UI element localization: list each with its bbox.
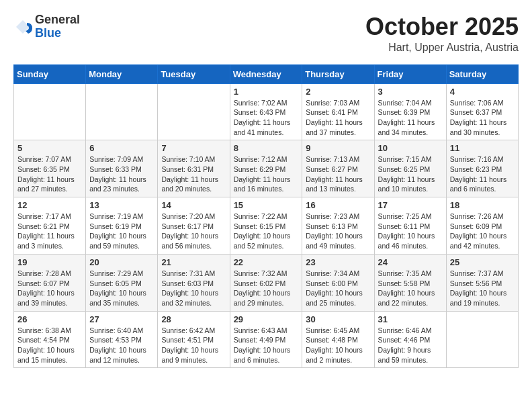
day-number: 27	[89, 314, 154, 324]
day-number: 17	[378, 200, 443, 210]
cell-content: Sunrise: 7:15 AM Sunset: 6:25 PM Dayligh…	[378, 154, 443, 194]
cell-content: Sunrise: 6:40 AM Sunset: 4:53 PM Dayligh…	[89, 326, 154, 365]
cell-content: Sunrise: 7:04 AM Sunset: 6:39 PM Dayligh…	[378, 98, 443, 138]
calendar-cell: 28Sunrise: 6:42 AM Sunset: 4:51 PM Dayli…	[158, 311, 230, 368]
cell-content: Sunrise: 7:03 AM Sunset: 6:41 PM Dayligh…	[306, 98, 370, 138]
cell-content: Sunrise: 7:13 AM Sunset: 6:27 PM Dayligh…	[306, 154, 370, 194]
day-number: 21	[161, 257, 226, 267]
logo-general: General	[35, 13, 80, 27]
day-number: 15	[234, 200, 299, 210]
calendar-cell	[446, 311, 518, 368]
day-number: 13	[89, 200, 154, 210]
calendar-week-row: 26Sunrise: 6:38 AM Sunset: 4:54 PM Dayli…	[14, 311, 519, 368]
logo-icon	[13, 17, 32, 36]
calendar-cell	[86, 83, 158, 140]
cell-content: Sunrise: 7:07 AM Sunset: 6:35 PM Dayligh…	[17, 154, 82, 194]
cell-content: Sunrise: 7:29 AM Sunset: 6:05 PM Dayligh…	[89, 269, 154, 308]
month-title: October 2025	[365, 13, 519, 40]
title-block: October 2025 Hart, Upper Austria, Austri…	[365, 13, 519, 54]
day-number: 28	[161, 314, 226, 324]
logo-blue: Blue	[35, 27, 80, 40]
day-number: 19	[17, 257, 82, 267]
cell-content: Sunrise: 7:26 AM Sunset: 6:09 PM Dayligh…	[450, 212, 515, 251]
day-number: 4	[450, 87, 515, 97]
weekday-header: Friday	[374, 64, 446, 83]
cell-content: Sunrise: 7:28 AM Sunset: 6:07 PM Dayligh…	[17, 269, 82, 308]
logo-text: General Blue	[35, 13, 80, 40]
cell-content: Sunrise: 6:46 AM Sunset: 4:46 PM Dayligh…	[378, 326, 443, 365]
calendar-cell: 11Sunrise: 7:16 AM Sunset: 6:23 PM Dayli…	[446, 140, 518, 197]
cell-content: Sunrise: 7:32 AM Sunset: 6:02 PM Dayligh…	[234, 269, 299, 308]
calendar-cell: 26Sunrise: 6:38 AM Sunset: 4:54 PM Dayli…	[14, 311, 86, 368]
cell-content: Sunrise: 7:22 AM Sunset: 6:15 PM Dayligh…	[234, 212, 299, 251]
calendar-week-row: 19Sunrise: 7:28 AM Sunset: 6:07 PM Dayli…	[14, 254, 519, 311]
calendar-cell: 22Sunrise: 7:32 AM Sunset: 6:02 PM Dayli…	[230, 254, 302, 311]
calendar-cell: 16Sunrise: 7:23 AM Sunset: 6:13 PM Dayli…	[302, 197, 374, 255]
calendar-cell: 29Sunrise: 6:43 AM Sunset: 4:49 PM Dayli…	[230, 311, 302, 368]
calendar-header-row: SundayMondayTuesdayWednesdayThursdayFrid…	[14, 64, 519, 83]
calendar-cell: 12Sunrise: 7:17 AM Sunset: 6:21 PM Dayli…	[14, 197, 86, 255]
day-number: 26	[17, 314, 82, 324]
calendar-cell: 31Sunrise: 6:46 AM Sunset: 4:46 PM Dayli…	[374, 311, 446, 368]
day-number: 1	[234, 87, 299, 97]
calendar-cell: 2Sunrise: 7:03 AM Sunset: 6:41 PM Daylig…	[302, 83, 374, 140]
day-number: 30	[306, 314, 370, 324]
cell-content: Sunrise: 7:23 AM Sunset: 6:13 PM Dayligh…	[306, 212, 370, 251]
calendar-cell: 15Sunrise: 7:22 AM Sunset: 6:15 PM Dayli…	[230, 197, 302, 255]
calendar-cell: 17Sunrise: 7:25 AM Sunset: 6:11 PM Dayli…	[374, 197, 446, 255]
cell-content: Sunrise: 7:37 AM Sunset: 5:56 PM Dayligh…	[450, 269, 515, 308]
calendar-week-row: 1Sunrise: 7:02 AM Sunset: 6:43 PM Daylig…	[14, 83, 519, 140]
cell-content: Sunrise: 7:35 AM Sunset: 5:58 PM Dayligh…	[378, 269, 443, 308]
location: Hart, Upper Austria, Austria	[365, 42, 519, 54]
cell-content: Sunrise: 7:12 AM Sunset: 6:29 PM Dayligh…	[234, 154, 299, 194]
calendar-cell: 19Sunrise: 7:28 AM Sunset: 6:07 PM Dayli…	[14, 254, 86, 311]
day-number: 8	[234, 143, 299, 153]
cell-content: Sunrise: 7:16 AM Sunset: 6:23 PM Dayligh…	[450, 154, 515, 194]
cell-content: Sunrise: 7:34 AM Sunset: 6:00 PM Dayligh…	[306, 269, 370, 308]
cell-content: Sunrise: 7:25 AM Sunset: 6:11 PM Dayligh…	[378, 212, 443, 251]
calendar-table: SundayMondayTuesdayWednesdayThursdayFrid…	[13, 64, 519, 369]
day-number: 10	[378, 143, 443, 153]
calendar-cell: 30Sunrise: 6:45 AM Sunset: 4:48 PM Dayli…	[302, 311, 374, 368]
day-number: 31	[378, 314, 443, 324]
day-number: 6	[89, 143, 154, 153]
day-number: 7	[161, 143, 226, 153]
cell-content: Sunrise: 7:17 AM Sunset: 6:21 PM Dayligh…	[17, 212, 82, 251]
calendar-cell: 9Sunrise: 7:13 AM Sunset: 6:27 PM Daylig…	[302, 140, 374, 197]
cell-content: Sunrise: 6:38 AM Sunset: 4:54 PM Dayligh…	[17, 326, 82, 365]
cell-content: Sunrise: 7:09 AM Sunset: 6:33 PM Dayligh…	[89, 154, 154, 194]
cell-content: Sunrise: 7:19 AM Sunset: 6:19 PM Dayligh…	[89, 212, 154, 251]
day-number: 2	[306, 87, 370, 97]
calendar-cell: 8Sunrise: 7:12 AM Sunset: 6:29 PM Daylig…	[230, 140, 302, 197]
cell-content: Sunrise: 6:43 AM Sunset: 4:49 PM Dayligh…	[234, 326, 299, 365]
weekday-header: Wednesday	[230, 64, 302, 83]
cell-content: Sunrise: 7:31 AM Sunset: 6:03 PM Dayligh…	[161, 269, 226, 308]
weekday-header: Thursday	[302, 64, 374, 83]
calendar-cell: 25Sunrise: 7:37 AM Sunset: 5:56 PM Dayli…	[446, 254, 518, 311]
calendar-cell	[14, 83, 86, 140]
calendar-cell: 23Sunrise: 7:34 AM Sunset: 6:00 PM Dayli…	[302, 254, 374, 311]
calendar-cell: 18Sunrise: 7:26 AM Sunset: 6:09 PM Dayli…	[446, 197, 518, 255]
calendar-cell	[158, 83, 230, 140]
weekday-header: Monday	[86, 64, 158, 83]
cell-content: Sunrise: 7:20 AM Sunset: 6:17 PM Dayligh…	[161, 212, 226, 251]
calendar-cell: 13Sunrise: 7:19 AM Sunset: 6:19 PM Dayli…	[86, 197, 158, 255]
cell-content: Sunrise: 7:06 AM Sunset: 6:37 PM Dayligh…	[450, 98, 515, 138]
calendar-cell: 24Sunrise: 7:35 AM Sunset: 5:58 PM Dayli…	[374, 254, 446, 311]
calendar-cell: 21Sunrise: 7:31 AM Sunset: 6:03 PM Dayli…	[158, 254, 230, 311]
day-number: 5	[17, 143, 82, 153]
logo: General Blue	[13, 13, 80, 40]
day-number: 18	[450, 200, 515, 210]
calendar-cell: 27Sunrise: 6:40 AM Sunset: 4:53 PM Dayli…	[86, 311, 158, 368]
day-number: 22	[234, 257, 299, 267]
calendar-cell: 1Sunrise: 7:02 AM Sunset: 6:43 PM Daylig…	[230, 83, 302, 140]
day-number: 20	[89, 257, 154, 267]
cell-content: Sunrise: 6:45 AM Sunset: 4:48 PM Dayligh…	[306, 326, 370, 365]
calendar-cell: 4Sunrise: 7:06 AM Sunset: 6:37 PM Daylig…	[446, 83, 518, 140]
day-number: 16	[306, 200, 370, 210]
weekday-header: Saturday	[446, 64, 518, 83]
day-number: 14	[161, 200, 226, 210]
day-number: 11	[450, 143, 515, 153]
weekday-header: Sunday	[14, 64, 86, 83]
calendar-cell: 6Sunrise: 7:09 AM Sunset: 6:33 PM Daylig…	[86, 140, 158, 197]
